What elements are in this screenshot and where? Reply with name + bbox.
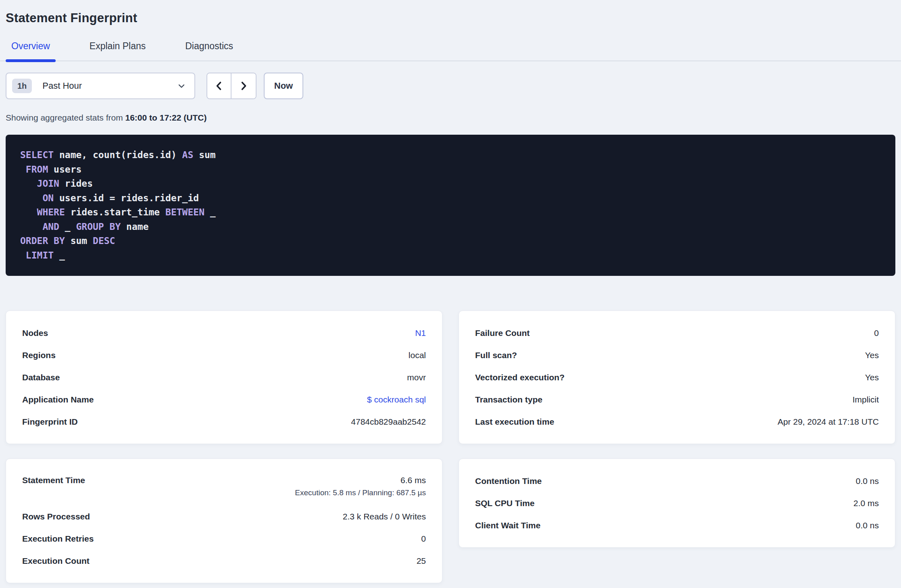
row-label: Execution Count [22,556,90,566]
row-value-stack: 0.0 ns [856,476,879,486]
card-row: NodesN1 [22,322,426,344]
row-value-link[interactable]: $ cockroach sql [367,395,426,405]
card-row: Full scan?Yes [475,344,879,366]
sql-keyword: JOIN [37,178,59,189]
row-value-stack: 6.6 msExecution: 5.8 ms / Planning: 687.… [295,475,426,497]
next-time-button[interactable] [232,73,256,98]
chevron-right-icon [238,81,249,91]
row-label: Regions [22,350,56,360]
sql-text [20,221,42,232]
sql-text: _ [204,207,216,217]
row-label: Execution Retries [22,534,94,544]
sql-text [20,164,26,175]
card-row: Client Wait Time0.0 ns [475,514,879,536]
sql-text [20,193,42,203]
card-row: Application Name$ cockroach sql [22,388,426,411]
statement-summary-card: NodesN1RegionslocalDatabasemovrApplicati… [6,311,442,444]
sql-line: SELECT name, count(rides.id) AS sum [20,148,881,163]
aggregated-stats-range: 16:00 to 17:22 (UTC) [125,113,207,122]
sql-text: _ [54,250,65,261]
row-label: SQL CPU Time [475,498,534,508]
row-value: 0.0 ns [856,476,879,486]
time-interval-badge: 1h [12,79,32,93]
row-value: 2.3 k Reads / 0 Writes [343,512,426,521]
sql-keyword: DESC [93,236,115,246]
card-row: Execution Retries0 [22,528,426,550]
sql-text: rides [59,178,93,189]
aggregated-stats-text: Showing aggregated stats from 16:00 to 1… [6,113,895,123]
row-label: Failure Count [475,328,530,338]
time-step-button-group [206,73,257,99]
row-value-stack: 2.0 ms [853,498,879,508]
card-row: Vectorized execution?Yes [475,366,879,388]
row-value-stack: $ cockroach sql [367,395,426,405]
row-value-stack: local [409,350,426,360]
row-label: Transaction type [475,395,542,405]
row-value: 6.6 ms [400,475,426,485]
chevron-left-icon [214,81,224,91]
row-value: Yes [865,350,879,360]
card-row: Execution Count25 [22,550,426,572]
tab-explain-plans[interactable]: Explain Plans [84,41,151,60]
sql-keyword: AS [182,150,194,160]
sql-statement-block: SELECT name, count(rides.id) AS sum FROM… [6,135,895,276]
row-value-link[interactable]: N1 [415,328,426,338]
card-row: Last execution timeApr 29, 2024 at 17:18… [475,411,879,433]
card-row: Contention Time0.0 ns [475,470,879,492]
row-value: Apr 29, 2024 at 17:18 UTC [778,417,879,427]
sql-keyword: SELECT [20,150,54,160]
statement-timing-card: Statement Time6.6 msExecution: 5.8 ms / … [6,459,442,583]
sql-keyword: LIMIT [26,250,54,261]
sql-text: sum [193,150,215,160]
tab-diagnostics[interactable]: Diagnostics [179,41,239,60]
execution-attributes-card: Failure Count0Full scan?YesVectorized ex… [459,311,895,444]
row-value: 0.0 ns [856,521,879,530]
chevron-down-icon [177,81,186,91]
row-value-stack: N1 [415,328,426,338]
sql-line: LIMIT _ [20,248,881,263]
row-value: 0 [421,534,426,544]
sql-text [20,178,37,189]
row-label: Contention Time [475,476,542,486]
row-label: Database [22,373,60,382]
tab-bar: OverviewExplain PlansDiagnostics [0,41,901,61]
row-label: Fingerprint ID [22,417,78,427]
sql-line: AND _ GROUP BY name [20,220,881,234]
card-row: Statement Time6.6 msExecution: 5.8 ms / … [22,470,426,505]
statement-fingerprint-page: Statement Fingerprint OverviewExplain Pl… [0,0,901,588]
sql-text: sum [65,236,93,246]
sql-line: FROM users [20,163,881,177]
now-button[interactable]: Now [264,73,303,99]
sql-text: name [121,221,148,232]
sql-keyword: ORDER BY [20,236,65,246]
row-value: movr [407,373,426,382]
time-controls: 1h Past Hour Now [6,73,895,99]
card-row: SQL CPU Time2.0 ms [475,492,879,514]
sql-text [20,250,26,261]
sql-keyword: AND [42,221,59,232]
sql-keyword: FROM [26,164,48,175]
row-value: 0 [874,328,879,338]
sql-text: rides.start_time [65,207,165,217]
row-value-stack: 0 [874,328,879,338]
row-label: Last execution time [475,417,554,427]
row-label: Statement Time [22,475,85,485]
card-row: Regionslocal [22,344,426,366]
row-value-stack: Implicit [853,395,879,405]
row-value: Yes [865,373,879,382]
row-value: Implicit [853,395,879,405]
sql-line: ORDER BY sum DESC [20,234,881,248]
card-row: Rows Processed2.3 k Reads / 0 Writes [22,505,426,528]
time-interval-dropdown[interactable]: 1h Past Hour [6,73,195,99]
resource-timing-card: Contention Time0.0 nsSQL CPU Time2.0 msC… [459,459,895,548]
row-subvalue: Execution: 5.8 ms / Planning: 687.5 µs [295,488,426,497]
card-row: Transaction typeImplicit [475,388,879,411]
sql-line: ON users.id = rides.rider_id [20,191,881,206]
row-label: Client Wait Time [475,521,540,530]
sql-line: WHERE rides.start_time BETWEEN _ [20,205,881,220]
sql-text: users [48,164,81,175]
previous-time-button[interactable] [207,73,232,98]
card-row: Databasemovr [22,366,426,388]
tab-overview[interactable]: Overview [6,41,56,60]
row-value-stack: Apr 29, 2024 at 17:18 UTC [778,417,879,427]
